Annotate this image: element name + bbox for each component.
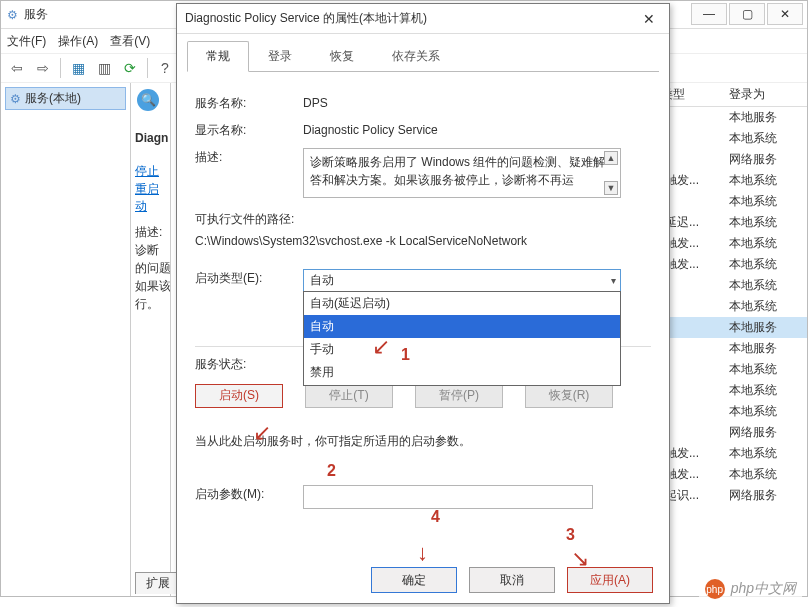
show-hide-button[interactable]: ▦ <box>66 56 90 80</box>
value-exe-path: C:\Windows\System32\svchost.exe -k Local… <box>195 232 651 251</box>
gear-icon: ⚙ <box>10 92 21 106</box>
startup-type-dropdown: 自动(延迟启动) 自动 手动 禁用 <box>303 291 621 386</box>
scroll-down-icon[interactable]: ▼ <box>604 181 618 195</box>
cancel-button[interactable]: 取消 <box>469 567 555 593</box>
value-display-name: Diagnostic Policy Service <box>303 121 651 140</box>
tab-dependencies[interactable]: 依存关系 <box>373 41 459 72</box>
cell-logon-as: 本地系统 <box>723 445 803 462</box>
annotation-4: 4 <box>431 508 440 526</box>
toolbar-separator <box>60 58 61 78</box>
gear-icon: ⚙ <box>7 8 18 22</box>
label-display-name: 显示名称: <box>195 121 303 140</box>
cell-logon-as: 本地服务 <box>723 340 803 357</box>
service-action-buttons: 启动(S) 停止(T) 暂停(P) 恢复(R) <box>195 384 651 408</box>
chevron-down-icon: ▾ <box>611 273 616 289</box>
detail-heading: Diagn <box>135 131 168 145</box>
tab-recovery[interactable]: 恢复 <box>311 41 373 72</box>
field-description: 描述: 诊断策略服务启用了 Windows 组件的问题检测、疑难解答和解决方案。… <box>195 148 651 198</box>
maximize-button[interactable]: ▢ <box>729 3 765 25</box>
label-description: 描述: <box>195 148 303 167</box>
refresh-button[interactable]: ⟳ <box>118 56 142 80</box>
cell-logon-as: 本地系统 <box>723 466 803 483</box>
cell-logon-as: 本地系统 <box>723 361 803 378</box>
tree-node-label: 服务(本地) <box>25 90 81 107</box>
label-service-status: 服务状态: <box>195 355 303 374</box>
option-auto-delayed[interactable]: 自动(延迟启动) <box>304 292 620 315</box>
option-disabled[interactable]: 禁用 <box>304 361 620 384</box>
dialog-tabs: 常规 登录 恢复 依存关系 <box>187 40 659 72</box>
cell-logon-as: 本地系统 <box>723 298 803 315</box>
pause-button[interactable]: 暂停(P) <box>415 384 503 408</box>
detail-desc: 的问题 <box>135 259 171 278</box>
minimize-button[interactable]: — <box>691 3 727 25</box>
option-manual[interactable]: 手动 <box>304 338 620 361</box>
arrow-icon: ↓ <box>417 540 428 566</box>
description-textarea[interactable]: 诊断策略服务启用了 Windows 组件的问题检测、疑难解答和解决方案。如果该服… <box>303 148 621 198</box>
cell-logon-as: 本地系统 <box>723 172 803 189</box>
cell-logon-as: 本地系统 <box>723 214 803 231</box>
dialog-title: Diagnostic Policy Service 的属性(本地计算机) <box>185 10 637 27</box>
close-icon[interactable]: ✕ <box>637 7 661 31</box>
window-controls: — ▢ ✕ <box>691 3 803 25</box>
php-logo-icon: php <box>705 579 725 599</box>
resume-button[interactable]: 恢复(R) <box>525 384 613 408</box>
field-startup-type: 启动类型(E): 自动 ▾ 自动(延迟启动) 自动 手动 禁用 <box>195 269 651 292</box>
cell-logon-as: 网络服务 <box>723 151 803 168</box>
label-exe-path: 可执行文件的路径: <box>195 210 651 229</box>
link-restart[interactable]: 重启动 <box>135 181 170 215</box>
start-params-input[interactable] <box>303 485 593 509</box>
cell-logon-as: 本地系统 <box>723 403 803 420</box>
tab-logon[interactable]: 登录 <box>249 41 311 72</box>
menu-action[interactable]: 操作(A) <box>58 33 98 50</box>
cell-logon-as: 网络服务 <box>723 424 803 441</box>
properties-dialog: Diagnostic Policy Service 的属性(本地计算机) ✕ 常… <box>176 3 670 604</box>
stop-button[interactable]: 停止(T) <box>305 384 393 408</box>
cell-logon-as: 本地系统 <box>723 382 803 399</box>
services-tree: ⚙ 服务(本地) <box>1 83 131 596</box>
start-button[interactable]: 启动(S) <box>195 384 283 408</box>
scroll-up-icon[interactable]: ▲ <box>604 151 618 165</box>
description-text: 诊断策略服务启用了 Windows 组件的问题检测、疑难解答和解决方案。如果该服… <box>310 155 605 187</box>
cell-logon-as: 本地系统 <box>723 130 803 147</box>
tab-general[interactable]: 常规 <box>187 41 249 72</box>
startup-type-combobox[interactable]: 自动 ▾ <box>303 269 621 292</box>
field-display-name: 显示名称: Diagnostic Policy Service <box>195 121 651 140</box>
link-stop[interactable]: 停止 <box>135 163 159 180</box>
field-start-params: 启动参数(M): <box>195 485 651 509</box>
detail-desc: 诊断 <box>135 241 171 260</box>
back-button[interactable]: ⇦ <box>5 56 29 80</box>
cell-logon-as: 本地系统 <box>723 277 803 294</box>
search-icon[interactable]: 🔍 <box>137 89 159 111</box>
cell-logon-as: 本地系统 <box>723 235 803 252</box>
bottom-tabs: 扩展 <box>135 572 181 594</box>
cell-logon-as: 本地服务 <box>723 319 803 336</box>
value-service-name: DPS <box>303 94 651 113</box>
cell-logon-as: 网络服务 <box>723 487 803 504</box>
watermark-text: php中文网 <box>731 580 796 598</box>
menu-view[interactable]: 查看(V) <box>110 33 150 50</box>
detail-desc: 如果该 <box>135 277 171 296</box>
cell-logon-as: 本地服务 <box>723 109 803 126</box>
cell-logon-as: 本地系统 <box>723 256 803 273</box>
label-service-name: 服务名称: <box>195 94 303 113</box>
properties-button[interactable]: ▥ <box>92 56 116 80</box>
dialog-titlebar: Diagnostic Policy Service 的属性(本地计算机) ✕ <box>177 4 669 34</box>
apply-button[interactable]: 应用(A) <box>567 567 653 593</box>
annotation-3: 3 <box>566 526 575 544</box>
column-logon-as[interactable]: 登录为 <box>723 86 803 103</box>
detail-desc-label: 描述: <box>135 223 171 242</box>
label-start-params: 启动参数(M): <box>195 485 303 504</box>
watermark: php php中文网 <box>699 577 802 601</box>
services-detail-pane: 🔍 Diagn 停止 重启动 描述: 诊断 的问题 如果该 行。 <box>131 83 171 596</box>
ok-button[interactable]: 确定 <box>371 567 457 593</box>
toolbar-separator <box>147 58 148 78</box>
menu-file[interactable]: 文件(F) <box>7 33 46 50</box>
close-button[interactable]: ✕ <box>767 3 803 25</box>
tab-extended[interactable]: 扩展 <box>135 572 181 594</box>
forward-button[interactable]: ⇨ <box>31 56 55 80</box>
services-title: 服务 <box>24 6 48 23</box>
option-auto[interactable]: 自动 <box>304 315 620 338</box>
cell-logon-as: 本地系统 <box>723 193 803 210</box>
help-button[interactable]: ? <box>153 56 177 80</box>
tree-node-services-local[interactable]: ⚙ 服务(本地) <box>5 87 126 110</box>
